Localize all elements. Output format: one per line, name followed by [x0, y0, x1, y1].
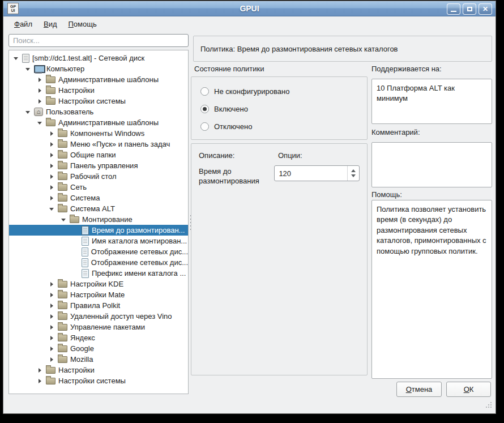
minimize-button[interactable]: [447, 3, 460, 15]
search-input[interactable]: [8, 34, 189, 47]
folder-icon: [58, 335, 67, 341]
policy-header-box: Политика: Время до размонтирования сетев…: [193, 36, 492, 62]
close-icon: ✕: [482, 6, 488, 12]
menu-help[interactable]: Помощь: [63, 18, 102, 30]
tree-item[interactable]: Административные шаблоны: [9, 74, 188, 85]
policy-icon: [82, 258, 88, 267]
expand-arrow-icon[interactable]: [49, 195, 55, 202]
tree-item-label: Меню «Пуск» и панель задач: [70, 140, 170, 148]
tree-item[interactable]: Удаленный доступ через Vino: [9, 311, 188, 322]
collapse-arrow-icon[interactable]: [13, 55, 20, 62]
close-button[interactable]: ✕: [479, 3, 492, 15]
expand-arrow-icon[interactable]: [37, 367, 44, 374]
expand-arrow-icon[interactable]: [49, 292, 55, 298]
policy-icon: [82, 226, 89, 235]
policy-state-option[interactable]: Включено: [200, 103, 367, 114]
tree-item[interactable]: Настройки системы: [9, 375, 188, 386]
tree-item[interactable]: Система: [9, 193, 188, 203]
expand-arrow-icon[interactable]: [49, 302, 55, 309]
tree-item[interactable]: Рабочий стол: [9, 171, 188, 182]
policy-state-option[interactable]: Не сконфигурировано: [200, 86, 367, 97]
expand-arrow-icon[interactable]: [49, 345, 55, 352]
tree-item[interactable]: Компьютер: [9, 63, 188, 74]
options-column-label: Опции:: [278, 151, 302, 160]
menu-view[interactable]: Вид: [39, 18, 62, 30]
unmount-timeout-spinbox[interactable]: [274, 165, 360, 181]
tree-item-label: Управление пакетами: [70, 323, 145, 331]
supported-on-box: 10 Платформа ALT как минимум: [371, 79, 492, 124]
tree-item-label: Настройки: [58, 86, 95, 95]
expand-arrow-icon[interactable]: [49, 335, 55, 341]
tree-item-label: Префикс имени каталога ...: [92, 269, 186, 277]
tree-item[interactable]: Компоненты Windows: [9, 128, 188, 139]
tree-item[interactable]: Пользователь: [9, 106, 188, 117]
expander-spacer: [72, 259, 79, 266]
tree-item[interactable]: Настройки: [9, 365, 188, 375]
expand-arrow-icon[interactable]: [49, 281, 55, 288]
radio-icon[interactable]: [200, 122, 209, 131]
tree-item[interactable]: Сеть: [9, 182, 188, 193]
tree-item[interactable]: Настройки: [9, 85, 188, 96]
expand-arrow-icon[interactable]: [37, 87, 44, 94]
radio-label: Отключено: [214, 122, 252, 131]
menu-help-label: омощь: [74, 20, 97, 28]
tree-item[interactable]: Система ALT: [9, 203, 188, 214]
tree-item[interactable]: [smb://dc1.test.alt] - Сетевой диск: [9, 53, 188, 63]
expand-arrow-icon[interactable]: [49, 173, 55, 180]
expand-arrow-icon[interactable]: [49, 324, 55, 331]
tree-item[interactable]: Монтирование: [9, 214, 188, 225]
menu-file[interactable]: Файл: [9, 18, 37, 30]
radio-selected-icon[interactable]: [200, 105, 209, 113]
unmount-timeout-input[interactable]: [275, 169, 347, 178]
collapse-arrow-icon[interactable]: [61, 216, 67, 223]
expand-arrow-icon[interactable]: [49, 152, 55, 159]
collapse-arrow-icon[interactable]: [49, 206, 55, 212]
cancel-button[interactable]: Отмена: [396, 382, 442, 397]
tree-item-label: Компьютер: [46, 65, 84, 73]
maximize-button[interactable]: [463, 3, 476, 15]
expand-arrow-icon[interactable]: [49, 163, 55, 169]
tree-item[interactable]: Отображение сетевых дис...: [9, 257, 188, 268]
policy-state-option[interactable]: Отключено: [200, 121, 367, 132]
ok-button[interactable]: ОК: [446, 382, 491, 397]
expand-arrow-icon[interactable]: [49, 141, 55, 148]
tree-item[interactable]: Настройки Mate: [9, 289, 188, 300]
tree-item[interactable]: Меню «Пуск» и панель задач: [9, 139, 188, 149]
tree-item[interactable]: Правила Polkit: [9, 300, 188, 311]
folder-icon: [46, 87, 55, 94]
tree-item[interactable]: Управление пакетами: [9, 322, 188, 332]
resize-grip[interactable]: [486, 402, 492, 408]
tree-item[interactable]: Административные шаблоны: [9, 117, 188, 128]
tree-item-label: Административные шаблоны: [58, 118, 159, 127]
tree-item[interactable]: Отображение сетевых дис...: [9, 246, 188, 257]
tree-item[interactable]: Префикс имени каталога ...: [9, 268, 188, 279]
tree-item[interactable]: Общие папки: [9, 149, 188, 160]
maximize-icon: [467, 7, 472, 11]
tree-item[interactable]: Яндекс: [9, 332, 188, 343]
collapse-arrow-icon[interactable]: [25, 109, 32, 116]
spin-down-icon[interactable]: [351, 174, 356, 177]
radio-icon[interactable]: [200, 87, 209, 96]
tree-item-label: Компоненты Windows: [70, 129, 144, 138]
tree-item[interactable]: Имя каталога монтирован...: [9, 236, 188, 246]
folder-icon: [70, 216, 79, 223]
tree-item-label: Настройки системы: [58, 377, 126, 385]
tree-item[interactable]: Настройки системы: [9, 96, 188, 106]
expand-arrow-icon[interactable]: [49, 356, 55, 363]
menu-view-accel: В: [44, 20, 49, 28]
comment-box[interactable]: [371, 142, 492, 187]
expand-arrow-icon[interactable]: [49, 130, 55, 137]
expand-arrow-icon[interactable]: [49, 313, 55, 320]
spin-up-icon[interactable]: [351, 169, 356, 172]
expand-arrow-icon[interactable]: [37, 378, 44, 384]
expand-arrow-icon[interactable]: [37, 76, 44, 83]
collapse-arrow-icon[interactable]: [25, 66, 32, 72]
tree-item[interactable]: Панель управления: [9, 160, 188, 171]
tree-item[interactable]: Время до размонтирован...: [9, 225, 188, 236]
tree-item[interactable]: Google: [9, 343, 188, 354]
tree-item[interactable]: Настройки KDE: [9, 279, 188, 289]
tree-item[interactable]: Mozilla: [9, 354, 188, 365]
expand-arrow-icon[interactable]: [49, 184, 55, 191]
collapse-arrow-icon[interactable]: [37, 119, 44, 126]
expand-arrow-icon[interactable]: [37, 98, 44, 105]
